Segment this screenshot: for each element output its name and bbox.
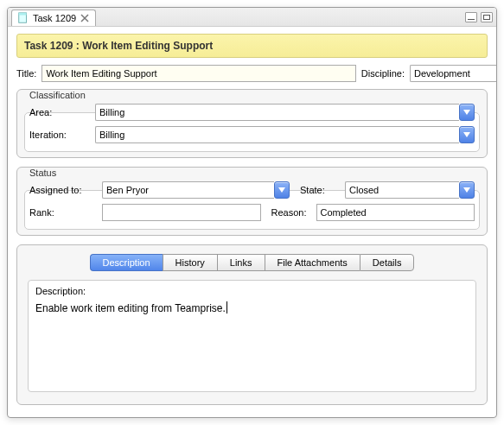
document-icon — [17, 12, 29, 24]
discipline-value[interactable] — [410, 65, 497, 82]
tab-title: Task 1209 — [33, 13, 76, 23]
state-label: State: — [300, 185, 340, 195]
editor-tab[interactable]: Task 1209 — [11, 10, 96, 26]
chevron-down-icon[interactable] — [459, 181, 475, 199]
chevron-down-icon[interactable] — [274, 181, 290, 199]
state-value[interactable] — [345, 181, 459, 199]
iteration-label: Iteration: — [29, 130, 90, 140]
close-icon[interactable] — [80, 13, 90, 23]
assigned-to-value[interactable] — [102, 181, 274, 199]
rank-label: Rank: — [29, 207, 97, 218]
iteration-combo[interactable] — [95, 126, 475, 143]
tab-details[interactable]: Details — [360, 254, 415, 271]
minimize-button[interactable] — [465, 12, 477, 22]
svg-rect-1 — [19, 13, 27, 16]
reason-label: Reason: — [271, 207, 311, 218]
chevron-down-icon[interactable] — [459, 126, 475, 143]
description-label: Description: — [35, 286, 469, 296]
iteration-value[interactable] — [95, 126, 459, 143]
editor-window: Task 1209 Task 1209 : Work Item Editing … — [7, 7, 497, 418]
maximize-button[interactable] — [481, 12, 493, 22]
discipline-label: Discipline: — [361, 68, 405, 79]
chevron-down-icon[interactable] — [459, 104, 475, 121]
status-group: Status Assigned to: State: Rank: — [16, 167, 488, 236]
description-area[interactable]: Description: Enable work item editing fr… — [28, 280, 476, 392]
rank-input[interactable] — [102, 204, 261, 221]
state-combo[interactable] — [345, 181, 475, 199]
tab-strip: Task 1209 — [8, 8, 496, 27]
title-label: Title: — [16, 68, 36, 79]
reason-input[interactable] — [316, 204, 475, 221]
area-value[interactable] — [95, 104, 459, 121]
tab-links[interactable]: Links — [217, 254, 265, 271]
detail-tabs: Description History Links File Attachmen… — [28, 254, 476, 271]
form-header: Task 1209 : Work Item Editing Support — [16, 34, 488, 58]
assigned-to-combo[interactable] — [102, 181, 290, 199]
tab-history[interactable]: History — [163, 254, 217, 271]
title-input[interactable] — [41, 65, 355, 82]
area-label: Area: — [29, 107, 90, 117]
detail-tabs-panel: Description History Links File Attachmen… — [16, 244, 488, 405]
description-text: Enable work item editing from Teamprise. — [35, 302, 226, 314]
classification-group: Classification Area: Iteration: — [16, 89, 488, 158]
assigned-to-label: Assigned to: — [29, 185, 97, 195]
tab-file-attachments[interactable]: File Attachments — [265, 254, 360, 271]
text-caret — [226, 301, 227, 314]
tab-description[interactable]: Description — [90, 254, 163, 271]
discipline-combo[interactable] — [410, 65, 488, 82]
area-combo[interactable] — [95, 104, 475, 121]
